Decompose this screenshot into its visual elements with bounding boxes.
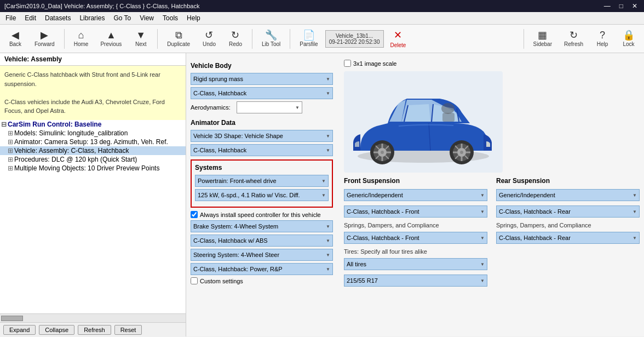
next-button[interactable]: ▼ Next bbox=[129, 28, 153, 49]
springs-rear-dropdown[interactable]: C-Class, Hatchback - Rear ▼ bbox=[496, 232, 640, 244]
home-icon: ⌂ bbox=[78, 30, 84, 40]
forward-button[interactable]: ▶ Forward bbox=[30, 28, 60, 49]
separator-1 bbox=[64, 29, 65, 49]
right-toolbar: ▦ Sidebar ↻ Refresh ? Help 🔒 Lock bbox=[521, 28, 641, 49]
horizontal-scrollbar[interactable] bbox=[0, 313, 186, 322]
redo-label: Redo bbox=[229, 41, 242, 47]
animator-data-header: Animator Data bbox=[191, 119, 333, 127]
anim-arrow: ▼ bbox=[326, 148, 330, 153]
cclass-hatchback-row: C-Class, Hatchback ▼ bbox=[191, 87, 333, 99]
undo-button[interactable]: ↺ Undo bbox=[197, 28, 221, 49]
fc-arrow: ▼ bbox=[480, 209, 485, 214]
tree-item-vehicle[interactable]: ⊞ Vehicle: Assembly: C-Class, Hatchback bbox=[0, 146, 186, 155]
refresh-button[interactable]: Refresh bbox=[78, 325, 111, 335]
front-generic-dropdown[interactable]: Generic/Independent ▼ bbox=[344, 189, 487, 201]
speed-controller-checkbox[interactable] bbox=[191, 211, 198, 218]
file-date: 09-21-2022 20:52:30 bbox=[329, 39, 380, 45]
back-button[interactable]: ◀ Back bbox=[3, 28, 27, 49]
steering-system-dropdown[interactable]: Steering System: 4-Wheel Steer ▼ bbox=[191, 249, 333, 261]
parsfile-button[interactable]: 📄 Parsfile bbox=[295, 28, 323, 49]
help-button[interactable]: ? Help bbox=[590, 28, 614, 49]
toolbar: ◀ Back ▶ Forward ⌂ Home ▲ Previous ▼ Nex… bbox=[0, 25, 644, 53]
duplicate-label: Duplicate bbox=[167, 41, 190, 47]
front-cclass-row: C-Class, Hatchback - Front ▼ bbox=[344, 205, 487, 218]
brake-system-dropdown[interactable]: Brake System: 4-Wheel System ▼ bbox=[191, 220, 333, 232]
menu-view[interactable]: View bbox=[136, 13, 157, 23]
sidebar-button[interactable]: ▦ Sidebar bbox=[528, 28, 557, 49]
all-tires-dropdown[interactable]: All tires ▼ bbox=[344, 258, 487, 270]
previous-label: Previous bbox=[100, 41, 122, 47]
lock-icon: 🔒 bbox=[623, 30, 635, 40]
previous-button[interactable]: ▲ Previous bbox=[95, 28, 127, 49]
vehicle-3d-dropdown[interactable]: Vehicle 3D Shape: Vehicle Shape ▼ bbox=[191, 130, 333, 142]
powertrain-label: Powertrain: Front-wheel drive bbox=[198, 178, 277, 184]
steering-detail-label: C-Class, Hatchback: Power, R&P bbox=[193, 266, 283, 272]
vehicle-3d-label: Vehicle 3D Shape: Vehicle Shape bbox=[193, 133, 283, 139]
tree-item-carsim-run[interactable]: ⊟ CarSim Run Control: Baseline bbox=[0, 120, 186, 129]
custom-settings-checkbox[interactable] bbox=[191, 277, 198, 284]
separator-4 bbox=[290, 29, 290, 49]
menu-datasets[interactable]: Datasets bbox=[42, 13, 74, 23]
steering-detail-dropdown[interactable]: C-Class, Hatchback: Power, R&P ▼ bbox=[191, 263, 333, 275]
rigid-sprung-dropdown[interactable]: Rigid sprung mass ▼ bbox=[191, 73, 333, 85]
front-cclass-dropdown[interactable]: C-Class, Hatchback - Front ▼ bbox=[344, 205, 487, 218]
ts-arrow: ▼ bbox=[480, 278, 485, 283]
powertrain-detail-dropdown[interactable]: 125 kW, 6-spd., 4.1 Ratio w/ Visc. Diff.… bbox=[195, 189, 329, 201]
refresh-toolbar-button[interactable]: ↻ Refresh bbox=[559, 28, 588, 49]
tree-item-moving-objects[interactable]: ⊞ Multiple Moving Objects: 10 Driver Pre… bbox=[0, 164, 186, 173]
maximize-button[interactable]: □ bbox=[617, 2, 625, 10]
close-button[interactable]: ✕ bbox=[630, 2, 640, 10]
ptd-arrow: ▼ bbox=[321, 193, 326, 198]
collapse-button[interactable]: Collapse bbox=[39, 325, 74, 335]
scroll-thumb[interactable] bbox=[1, 316, 23, 321]
tree-item-models[interactable]: ⊞ Models: Simulink: longitude_calibratio… bbox=[0, 129, 186, 138]
car-image bbox=[344, 71, 503, 173]
aerodynamics-dropdown[interactable]: ▼ bbox=[237, 101, 302, 113]
lock-button[interactable]: 🔒 Lock bbox=[617, 28, 641, 49]
rear-generic-dropdown[interactable]: Generic/Independent ▼ bbox=[496, 189, 640, 201]
home-button[interactable]: ⌂ Home bbox=[69, 28, 94, 49]
springs-front-dropdown[interactable]: C-Class, Hatchback - Front ▼ bbox=[344, 232, 487, 244]
menu-help[interactable]: Help bbox=[183, 13, 204, 23]
front-suspension-column: Front Suspension Generic/Independent ▼ C… bbox=[344, 177, 487, 289]
expander-icon-3: ⊞ bbox=[8, 138, 13, 146]
powertrain-dropdown[interactable]: Powertrain: Front-wheel drive ▼ bbox=[195, 175, 329, 187]
cclass-hatchback-dropdown[interactable]: C-Class, Hatchback ▼ bbox=[191, 87, 333, 99]
tree-item-animator[interactable]: ⊞ Animator: Camera Setup: 13 deg. Azimut… bbox=[0, 138, 186, 146]
tire-size-dropdown[interactable]: 215/55 R17 ▼ bbox=[344, 275, 487, 287]
rear-generic-row: Generic/Independent ▼ bbox=[496, 189, 640, 201]
minimize-button[interactable]: — bbox=[602, 2, 613, 10]
redo-button[interactable]: ↻ Redo bbox=[223, 28, 248, 49]
powertrain-row: Powertrain: Front-wheel drive ▼ bbox=[195, 175, 329, 187]
refresh-toolbar-label: Refresh bbox=[564, 41, 583, 47]
tree-item-label: CarSim Run Control: Baseline bbox=[8, 121, 101, 128]
tree-item-procedures[interactable]: ⊞ Procedures: DLC @ 120 kph (Quick Start… bbox=[0, 155, 186, 164]
reset-button[interactable]: Reset bbox=[114, 325, 142, 335]
tire-size-row: 215/55 R17 ▼ bbox=[344, 275, 487, 287]
menu-file[interactable]: File bbox=[2, 13, 19, 23]
aerodynamics-label: Aerodynamics: bbox=[191, 104, 234, 111]
menu-tools[interactable]: Tools bbox=[159, 13, 181, 23]
speed-controller-label: Always install speed controller for this… bbox=[200, 212, 321, 218]
delete-button[interactable]: ✕ Delete bbox=[386, 27, 411, 50]
front-generic-row: Generic/Independent ▼ bbox=[344, 189, 487, 201]
title-controls: — □ ✕ bbox=[602, 2, 640, 10]
menu-edit[interactable]: Edit bbox=[21, 13, 39, 23]
duplicate-button[interactable]: ⧉ Duplicate bbox=[162, 28, 195, 49]
animator-cclass-dropdown[interactable]: C-Class, Hatchback ▼ bbox=[191, 144, 333, 156]
file-name: Vehicle_13b1... bbox=[336, 33, 373, 39]
image-scale-label: 3x1 image scale bbox=[353, 60, 397, 67]
menu-libraries[interactable]: Libraries bbox=[76, 13, 108, 23]
image-scale-checkbox[interactable] bbox=[344, 60, 351, 67]
parsfile-label: Parsfile bbox=[300, 41, 318, 47]
expander-icon-4: ⊞ bbox=[8, 147, 13, 155]
powertrain-detail-label: 125 kW, 6-spd., 4.1 Ratio w/ Visc. Diff. bbox=[198, 192, 300, 198]
rear-cclass-row: C-Class, Hatchback - Rear ▼ bbox=[496, 205, 640, 218]
rear-cclass-dropdown[interactable]: C-Class, Hatchback - Rear ▼ bbox=[496, 205, 640, 218]
forward-label: Forward bbox=[34, 41, 55, 47]
expand-button[interactable]: Expand bbox=[3, 325, 36, 335]
lib-tool-button[interactable]: 🔧 Lib Tool bbox=[257, 28, 285, 49]
springs-front-label: C-Class, Hatchback - Front bbox=[347, 235, 419, 241]
brake-detail-dropdown[interactable]: C-Class, Hatchback w/ ABS ▼ bbox=[191, 235, 333, 247]
menu-goto[interactable]: Go To bbox=[110, 13, 134, 23]
